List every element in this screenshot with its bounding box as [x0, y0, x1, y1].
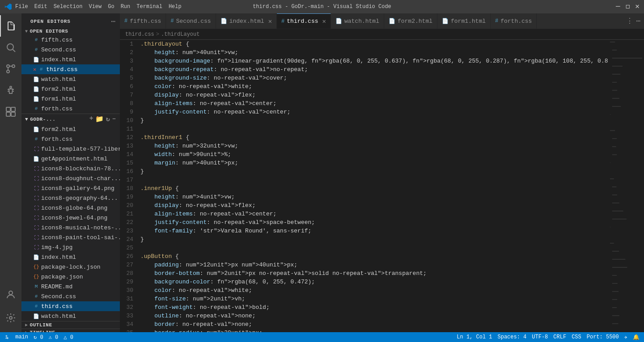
tab-form1-html[interactable]: 📄 form1.html: [437, 13, 491, 29]
open-editor-form2-html[interactable]: 📄 form2.html: [21, 84, 120, 94]
line-text[interactable]: width: num">90unit">%;: [140, 150, 608, 159]
line-text[interactable]: .thirdInner1 {: [140, 133, 608, 142]
explorer-second-css[interactable]: # Second.css: [21, 291, 120, 301]
tab-watch-html[interactable]: 📄 watch.html: [331, 13, 384, 29]
menu-help[interactable]: Help: [169, 4, 182, 10]
line-text[interactable]: [140, 244, 608, 252]
tab-close-icon[interactable]: ✕: [268, 17, 272, 25]
warning-count[interactable]: △ 0: [64, 334, 73, 341]
tab-third-css[interactable]: # third.css ✕: [277, 13, 331, 29]
eol[interactable]: CRLF: [553, 334, 566, 340]
encoding[interactable]: UTF-8: [532, 334, 548, 340]
explorer-icons8-gallery[interactable]: ⛶ icons8-gallery-64.png: [21, 183, 120, 193]
line-text[interactable]: .inner1Up {: [140, 184, 608, 193]
explorer-img4[interactable]: ⛶ img-4.jpg: [21, 242, 120, 252]
line-text[interactable]: display: no-repeat-val">flex;: [140, 91, 608, 99]
explorer-getappointment[interactable]: 📄 getAppointment.html: [21, 154, 120, 164]
activity-explorer[interactable]: [0, 15, 21, 37]
activity-account[interactable]: [0, 284, 21, 305]
line-text[interactable]: font-weight: no-repeat-val">bold;: [140, 303, 608, 312]
open-editor-index-html[interactable]: 📄 index.html: [21, 55, 120, 64]
line-text[interactable]: }: [140, 235, 608, 244]
explorer-index-html[interactable]: 📄 index.html: [21, 252, 120, 262]
line-text[interactable]: background-size: no-repeat-val">cover;: [140, 74, 608, 82]
more-tabs-icon[interactable]: ⋯: [636, 17, 640, 25]
dirty-close-icon[interactable]: ✕: [33, 66, 36, 73]
open-editor-second-css[interactable]: # Second.css: [21, 45, 120, 55]
breadcrumb-file[interactable]: third.css: [125, 31, 154, 38]
notifications-icon[interactable]: 🔔: [633, 334, 640, 341]
menu-view[interactable]: View: [89, 4, 102, 10]
line-text[interactable]: outline: no-repeat-val">none;: [140, 312, 608, 320]
explorer-icons8-musical[interactable]: ⛶ icons8-musical-notes-...: [21, 223, 120, 232]
restore-button[interactable]: ◻: [626, 3, 630, 10]
explorer-icons8-geography[interactable]: ⛶ icons8-geography-64...: [21, 193, 120, 203]
line-text[interactable]: font-size: num">2unit">vh;: [140, 295, 608, 303]
error-count[interactable]: ⚠ 0: [49, 334, 59, 341]
line-text[interactable]: background-repeat: no-repeat-val">no-rep…: [140, 65, 608, 74]
line-text[interactable]: color: no-repeat-val">white;: [140, 82, 608, 91]
line-text[interactable]: background-color: fn">rgba(68, 0, 255, 0…: [140, 278, 608, 286]
line-text[interactable]: border-radius: num">28unit">px;: [140, 329, 608, 332]
refresh-icon[interactable]: ↻: [106, 115, 110, 123]
line-text[interactable]: border-bottom: num">2unit">px no-repeat-…: [140, 269, 608, 278]
explorer-package-lock[interactable]: {} package-lock.json: [21, 262, 120, 272]
explorer-icons8-blockchain[interactable]: ⛶ icons8-blockchain-78....: [21, 164, 120, 173]
line-text[interactable]: [140, 125, 608, 133]
code-content[interactable]: 1.thirdLayout {2 height: num">40unit">vw…: [120, 40, 608, 332]
split-editor-icon[interactable]: ⋮: [626, 17, 633, 25]
line-text[interactable]: font-family: 'str">Varela Round', sans-s…: [140, 227, 608, 235]
line-text[interactable]: [140, 176, 608, 184]
explorer-package[interactable]: {} package.json: [21, 272, 120, 282]
more-options-icon[interactable]: ⋯: [111, 17, 115, 26]
menu-selection[interactable]: Selection: [54, 4, 83, 10]
activity-debug[interactable]: [0, 80, 21, 101]
menu-go[interactable]: Go: [108, 4, 114, 10]
port-status[interactable]: Port: 5500: [587, 334, 619, 340]
explorer-form2-html[interactable]: 📄 form2.html: [21, 124, 120, 134]
menu-terminal[interactable]: Terminal: [136, 4, 162, 10]
line-text[interactable]: align-items: no-repeat-val">center;: [140, 210, 608, 218]
menu-edit[interactable]: Edit: [34, 4, 47, 10]
line-text[interactable]: .upButton {: [140, 252, 608, 261]
tab-fifth-css[interactable]: # fifth.css: [120, 13, 166, 29]
new-folder-icon[interactable]: 📁: [95, 115, 104, 123]
line-text[interactable]: padding: num">12unit">px num">40unit">px…: [140, 261, 608, 269]
open-editor-form1-html[interactable]: 📄 form1.html: [21, 94, 120, 104]
activity-extensions[interactable]: [0, 101, 21, 122]
open-editor-forth-css[interactable]: # forth.css: [21, 104, 120, 114]
cursor-position[interactable]: Ln 1, Col 1: [457, 334, 492, 340]
line-text[interactable]: }: [140, 116, 608, 125]
open-editors-section[interactable]: ▼ OPEN EDITORS: [21, 28, 120, 35]
tab-close-icon[interactable]: ✕: [322, 17, 326, 25]
timeline-header[interactable]: ► TIMELINE: [21, 329, 120, 332]
line-text[interactable]: align-items: no-repeat-val">center;: [140, 99, 608, 108]
activity-source-control[interactable]: [0, 58, 21, 80]
explorer-readme[interactable]: M README.md: [21, 282, 120, 291]
minimize-button[interactable]: ─: [616, 3, 620, 10]
explorer-third-css[interactable]: # third.css: [21, 301, 120, 311]
open-editor-third-css[interactable]: ✕ # third.css: [21, 64, 120, 74]
spaces-setting[interactable]: Spaces: 4: [498, 334, 527, 340]
explorer-icons8-paint[interactable]: ⛶ icons8-paint-tool-sai-...: [21, 232, 120, 242]
line-text[interactable]: border: no-repeat-val">none;: [140, 320, 608, 329]
new-file-icon[interactable]: +: [89, 115, 94, 123]
line-text[interactable]: background-image: fn">linear-gradient(90…: [140, 57, 608, 65]
sync-icon[interactable]: ↻ 0: [34, 334, 43, 341]
code-editor[interactable]: 1.thirdLayout {2 height: num">40unit">vw…: [120, 40, 644, 332]
menu-file[interactable]: File: [15, 4, 28, 10]
live-share-icon[interactable]: ✈: [624, 334, 627, 341]
open-editor-watch-html[interactable]: 📄 watch.html: [21, 74, 120, 84]
godr-header[interactable]: ▼ GODR-... + 📁 ↻ –: [21, 114, 120, 124]
explorer-watch-html[interactable]: 📄 watch.html: [21, 311, 120, 321]
tab-forth-css[interactable]: # forth.css: [491, 13, 537, 29]
explorer-full-template[interactable]: ⛶ full-template-577-liber...: [21, 144, 120, 154]
open-editor-fifth-css[interactable]: # fifth.css: [21, 35, 120, 45]
line-text[interactable]: margin: num">40unit">px;: [140, 159, 608, 167]
line-text[interactable]: justify-content: no-repeat-val">space-be…: [140, 218, 608, 227]
explorer-icons8-globe[interactable]: ⛶ icons8-globe-64.png: [21, 203, 120, 213]
outline-header[interactable]: ► OUTLINE: [21, 321, 120, 329]
activity-search[interactable]: [0, 37, 21, 58]
collapse-icon[interactable]: –: [112, 115, 116, 123]
source-control-branch[interactable]: main: [4, 334, 28, 340]
